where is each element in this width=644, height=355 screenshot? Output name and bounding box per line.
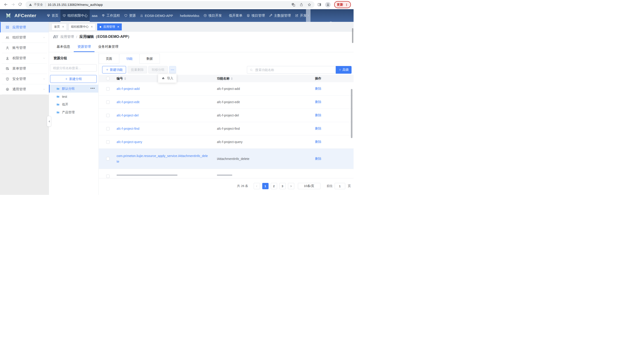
sidebar-item-menu-mgmt[interactable]: 菜单管理: [0, 63, 49, 74]
tab-functions[interactable]: 功能: [119, 54, 140, 64]
panel-collapse-handle[interactable]: [47, 116, 51, 127]
next-page-button[interactable]: [288, 183, 294, 189]
function-code-link[interactable]: afc-f-project-find: [116, 127, 139, 130]
function-code-link[interactable]: afc-f-project-edit: [116, 100, 139, 104]
delete-link[interactable]: 删除: [315, 87, 321, 90]
import-menu-item[interactable]: 导入: [158, 74, 176, 83]
browser-menu-icon[interactable]: ⋮: [345, 3, 348, 6]
app-navbar: AFCenter 首页 组织权限中心 aaa 工作流程 资源: [0, 9, 354, 22]
side-panel-icon[interactable]: [317, 2, 322, 7]
translate-icon[interactable]: G文: [291, 3, 296, 7]
function-code-link[interactable]: afc-f-project-add: [116, 87, 140, 90]
more-actions-button[interactable]: ···: [169, 66, 176, 73]
group-item-test[interactable]: test: [49, 93, 98, 100]
tab-pages[interactable]: 页面: [99, 54, 119, 64]
page-size-select[interactable]: 10条/页: [298, 183, 320, 189]
browser-profile-avatar[interactable]: [325, 2, 330, 7]
batch-delete-button[interactable]: 批量删除: [128, 66, 147, 73]
row-checkbox[interactable]: [106, 127, 110, 130]
share-icon[interactable]: [300, 3, 303, 6]
nav-item-master-data[interactable]: 主数据管理: [267, 9, 293, 22]
nav-item-org-auth-center[interactable]: 组织权限中心: [60, 9, 90, 22]
browser-update-button[interactable]: 更新 ⋮: [334, 1, 351, 8]
new-function-button[interactable]: 新建功能: [102, 66, 126, 73]
warning-icon[interactable]: [29, 3, 32, 6]
tab-chip-org-auth[interactable]: 组织权限中心 ✕: [68, 23, 96, 30]
tab-chip-home[interactable]: 首页 ✕: [52, 23, 67, 30]
nav-item-project-mgmt[interactable]: 项目管理: [244, 9, 267, 22]
reload-icon[interactable]: [18, 2, 22, 6]
sidebar-menu: 应用管理 组织管理 账号管理 权限管理 菜单管理: [0, 22, 49, 95]
nav-item-in-development[interactable]: 开发中: [293, 9, 306, 22]
tab-data[interactable]: 数据: [139, 54, 160, 64]
column-header-code[interactable]: 编号: [116, 77, 123, 81]
nav-item-eos8-demo-app[interactable]: EOS8-DEMO-APP: [138, 9, 175, 22]
nav-item-workflow[interactable]: 工作流程: [100, 9, 122, 22]
sidebar-item-permission-mgmt[interactable]: 权限管理: [0, 53, 49, 63]
tab-basic-info[interactable]: 基本信息: [53, 42, 74, 52]
delete-link[interactable]: 删除: [315, 127, 321, 130]
address-bar[interactable]: 不安全 10.15.15.151:13082/#/menu_auth/app G…: [26, 1, 314, 8]
nav-item-resources[interactable]: 资源: [122, 9, 138, 22]
close-icon[interactable]: ✕: [117, 25, 119, 28]
sidebar-item-label: 通用管理: [12, 87, 40, 91]
back-icon[interactable]: [4, 2, 8, 7]
group-item-lowcode[interactable]: 低开: [49, 100, 98, 108]
row-checkbox[interactable]: [106, 140, 110, 144]
goto-page-input[interactable]: [335, 183, 345, 189]
row-checkbox[interactable]: [106, 100, 110, 104]
prev-page-button[interactable]: [254, 183, 260, 189]
tab-chip-app-mgmt[interactable]: 应用管理 ✕: [97, 23, 122, 30]
page-button-1[interactable]: 1: [262, 183, 268, 189]
function-code-link[interactable]: com.primeton.liujie.resource_apply_servi…: [116, 153, 217, 164]
page-button-3[interactable]: 3: [280, 183, 286, 189]
nav-item-lowcode-menu[interactable]: 低开菜单: [227, 9, 244, 22]
sidebar-item-label: 应用管理: [12, 25, 46, 29]
delete-link[interactable]: 删除: [315, 140, 321, 143]
sort-icon[interactable]: [124, 77, 126, 80]
close-icon[interactable]: ✕: [62, 25, 64, 28]
new-group-button[interactable]: 新建分组: [50, 75, 97, 83]
row-checkbox[interactable]: [106, 87, 110, 90]
row-checkbox[interactable]: [106, 175, 110, 178]
grid-icon: [6, 25, 10, 29]
table-scrollbar[interactable]: [351, 89, 352, 138]
nav-item-home[interactable]: 首页: [45, 9, 60, 22]
delete-link[interactable]: 删除: [315, 113, 321, 117]
row-checkbox[interactable]: [106, 114, 110, 117]
page-scrollbar[interactable]: [352, 28, 353, 43]
sidebar-item-account-mgmt[interactable]: 账号管理: [0, 43, 49, 53]
group-search-input[interactable]: [50, 64, 96, 71]
page-button-2[interactable]: 2: [271, 183, 277, 189]
tab-resource-mgmt[interactable]: 资源管理: [74, 42, 94, 52]
delete-link[interactable]: 删除: [315, 100, 321, 104]
function-code-link[interactable]: afc-f-project-del: [116, 113, 138, 117]
sort-icon[interactable]: [231, 77, 233, 80]
breadcrumb-section[interactable]: 应用管理: [60, 35, 74, 39]
nav-item-helloworldss[interactable]: helloWorldss: [178, 9, 201, 22]
transfer-group-button[interactable]: 转移分组: [148, 66, 168, 73]
group-label: 产品管理: [62, 110, 75, 114]
close-icon[interactable]: ✕: [91, 25, 93, 28]
nav-scroll-right-icon[interactable]: [306, 9, 310, 22]
group-item-product-mgmt[interactable]: 产品管理: [49, 108, 98, 116]
function-search-input[interactable]: [255, 68, 333, 72]
row-checkbox[interactable]: [106, 157, 110, 160]
sidebar-item-security-mgmt[interactable]: 安全管理: [0, 74, 49, 84]
nav-item-project-dev[interactable]: 项目开发: [201, 9, 224, 22]
sidebar-item-general-mgmt[interactable]: 通用管理: [0, 84, 49, 94]
tab-business-object[interactable]: 业务对象管理: [94, 42, 122, 52]
bookmark-star-icon[interactable]: [307, 3, 312, 7]
sidebar-item-app-mgmt[interactable]: 应用管理: [0, 22, 49, 32]
delete-link[interactable]: 删除: [315, 157, 321, 160]
group-item-default[interactable]: 默认分组 •••: [49, 85, 98, 93]
nav-item-aaa[interactable]: aaa: [90, 9, 100, 22]
forward-icon[interactable]: [11, 2, 15, 7]
group-more-icon[interactable]: •••: [90, 86, 95, 90]
brand[interactable]: AFCenter: [0, 9, 45, 22]
select-all-checkbox[interactable]: [106, 77, 110, 80]
column-header-name[interactable]: 功能名称: [217, 77, 230, 81]
function-code-link[interactable]: afc-f-project-query: [116, 140, 142, 144]
advanced-search-button[interactable]: 高级: [336, 66, 352, 74]
sidebar-item-org-mgmt[interactable]: 组织管理: [0, 32, 49, 42]
